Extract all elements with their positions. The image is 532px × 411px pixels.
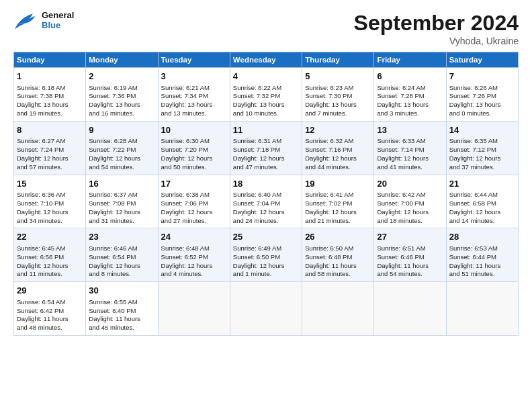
calendar-cell: 22Sunrise: 6:45 AMSunset: 6:56 PMDayligh… xyxy=(14,228,86,282)
cell-text: Daylight: 12 hours xyxy=(233,262,299,271)
cell-text: Daylight: 12 hours xyxy=(89,154,154,163)
cell-text: and 44 minutes. xyxy=(305,163,371,172)
calendar-table: Sunday Monday Tuesday Wednesday Thursday… xyxy=(13,52,519,336)
cell-text: and 1 minute. xyxy=(233,270,299,279)
cell-text: Sunrise: 6:55 AM xyxy=(89,298,154,307)
cell-text: and 13 minutes. xyxy=(161,109,227,118)
cell-text: Sunrise: 6:37 AM xyxy=(89,191,154,199)
cell-text: Sunset: 7:28 PM xyxy=(377,92,443,101)
cell-text: Sunrise: 6:45 AM xyxy=(17,244,83,253)
cell-text: Sunset: 7:22 PM xyxy=(89,146,154,154)
cell-text: Sunset: 7:34 PM xyxy=(161,92,227,101)
cell-text: and 51 minutes. xyxy=(449,270,515,279)
cell-text: Sunrise: 6:53 AM xyxy=(449,244,515,253)
cell-text: and 48 minutes. xyxy=(17,324,83,332)
day-number: 28 xyxy=(449,231,515,243)
calendar-cell: 18Sunrise: 6:40 AMSunset: 7:04 PMDayligh… xyxy=(230,175,302,228)
cell-text: Sunset: 7:26 PM xyxy=(449,92,515,101)
cell-text: Sunrise: 6:35 AM xyxy=(449,137,515,146)
cell-text: Daylight: 11 hours xyxy=(17,315,83,324)
day-number: 29 xyxy=(17,285,83,297)
cell-text: and 37 minutes. xyxy=(449,163,515,172)
calendar-cell: 11Sunrise: 6:31 AMSunset: 7:18 PMDayligh… xyxy=(230,121,302,175)
logo-blue-label: Blue xyxy=(42,21,74,31)
day-number: 11 xyxy=(233,124,299,136)
calendar-cell: 20Sunrise: 6:42 AMSunset: 7:00 PMDayligh… xyxy=(374,175,446,228)
calendar-cell: 26Sunrise: 6:50 AMSunset: 6:48 PMDayligh… xyxy=(302,228,374,282)
cell-text: Sunrise: 6:32 AM xyxy=(305,137,371,146)
cell-text: and 16 minutes. xyxy=(89,109,154,118)
cell-text: Sunrise: 6:23 AM xyxy=(305,84,371,93)
col-saturday: Saturday xyxy=(446,52,518,68)
cell-text: and 19 minutes. xyxy=(17,109,83,118)
cell-text: Sunset: 6:42 PM xyxy=(17,307,83,316)
cell-text: and 0 minutes. xyxy=(449,109,515,118)
day-number: 9 xyxy=(89,124,154,136)
calendar-cell: 1Sunrise: 6:18 AMSunset: 7:38 PMDaylight… xyxy=(14,68,86,122)
calendar-cell xyxy=(302,282,374,336)
cell-text: Sunrise: 6:42 AM xyxy=(377,191,443,199)
cell-text: Daylight: 11 hours xyxy=(449,262,515,271)
cell-text: Sunset: 7:16 PM xyxy=(305,146,371,154)
col-tuesday: Tuesday xyxy=(158,52,230,68)
cell-text: Sunrise: 6:24 AM xyxy=(377,84,443,93)
cell-text: Sunrise: 6:26 AM xyxy=(449,84,515,93)
day-number: 27 xyxy=(377,231,443,243)
cell-text: Sunrise: 6:33 AM xyxy=(377,137,443,146)
cell-text: Daylight: 13 hours xyxy=(161,101,227,109)
calendar-cell: 3Sunrise: 6:21 AMSunset: 7:34 PMDaylight… xyxy=(158,68,230,122)
month-title: September 2024 xyxy=(354,11,519,36)
day-number: 1 xyxy=(17,71,83,83)
cell-text: Daylight: 12 hours xyxy=(17,154,83,163)
cell-text: and 54 minutes. xyxy=(89,163,154,172)
cell-text: and 27 minutes. xyxy=(161,217,227,226)
cell-text: Sunset: 6:56 PM xyxy=(17,253,83,262)
cell-text: Sunrise: 6:21 AM xyxy=(161,84,227,93)
logo: General Blue xyxy=(13,11,74,31)
day-number: 17 xyxy=(161,178,227,190)
calendar-cell xyxy=(446,282,518,336)
calendar-cell: 15Sunrise: 6:36 AMSunset: 7:10 PMDayligh… xyxy=(14,175,86,228)
cell-text: Daylight: 12 hours xyxy=(89,262,154,271)
cell-text: Sunset: 6:54 PM xyxy=(89,253,154,262)
cell-text: and 24 minutes. xyxy=(233,217,299,226)
cell-text: and 58 minutes. xyxy=(305,270,371,279)
calendar-cell: 24Sunrise: 6:48 AMSunset: 6:52 PMDayligh… xyxy=(158,228,230,282)
day-number: 4 xyxy=(233,71,299,83)
cell-text: Sunset: 7:00 PM xyxy=(377,199,443,208)
day-number: 6 xyxy=(377,71,443,83)
cell-text: Sunrise: 6:48 AM xyxy=(161,244,227,253)
cell-text: Daylight: 12 hours xyxy=(449,154,515,163)
calendar-cell: 7Sunrise: 6:26 AMSunset: 7:26 PMDaylight… xyxy=(446,68,518,122)
col-monday: Monday xyxy=(86,52,158,68)
cell-text: and 50 minutes. xyxy=(161,163,227,172)
cell-text: Daylight: 13 hours xyxy=(233,101,299,109)
cell-text: Daylight: 12 hours xyxy=(161,208,227,217)
cell-text: Sunset: 7:08 PM xyxy=(89,199,154,208)
cell-text: and 57 minutes. xyxy=(17,163,83,172)
cell-text: and 45 minutes. xyxy=(89,324,154,332)
calendar-cell xyxy=(374,282,446,336)
cell-text: Sunset: 6:46 PM xyxy=(377,253,443,262)
cell-text: and 21 minutes. xyxy=(305,217,371,226)
calendar-cell: 25Sunrise: 6:49 AMSunset: 6:50 PMDayligh… xyxy=(230,228,302,282)
day-number: 12 xyxy=(305,124,371,136)
calendar-cell: 8Sunrise: 6:27 AMSunset: 7:24 PMDaylight… xyxy=(14,121,86,175)
cell-text: Sunset: 7:20 PM xyxy=(161,146,227,154)
calendar-cell: 19Sunrise: 6:41 AMSunset: 7:02 PMDayligh… xyxy=(302,175,374,228)
cell-text: Sunset: 6:58 PM xyxy=(449,199,515,208)
day-number: 2 xyxy=(89,71,154,83)
calendar-cell: 2Sunrise: 6:19 AMSunset: 7:36 PMDaylight… xyxy=(86,68,158,122)
cell-text: Daylight: 13 hours xyxy=(89,101,154,109)
day-number: 15 xyxy=(17,178,83,190)
cell-text: Daylight: 11 hours xyxy=(89,315,154,324)
cell-text: and 10 minutes. xyxy=(233,109,299,118)
cell-text: Daylight: 13 hours xyxy=(377,101,443,109)
cell-text: Sunrise: 6:41 AM xyxy=(305,191,371,199)
calendar-row: 29Sunrise: 6:54 AMSunset: 6:42 PMDayligh… xyxy=(14,282,519,336)
day-number: 7 xyxy=(449,71,515,83)
cell-text: Daylight: 12 hours xyxy=(449,208,515,217)
calendar-cell: 5Sunrise: 6:23 AMSunset: 7:30 PMDaylight… xyxy=(302,68,374,122)
day-number: 16 xyxy=(89,178,154,190)
cell-text: Sunrise: 6:49 AM xyxy=(233,244,299,253)
